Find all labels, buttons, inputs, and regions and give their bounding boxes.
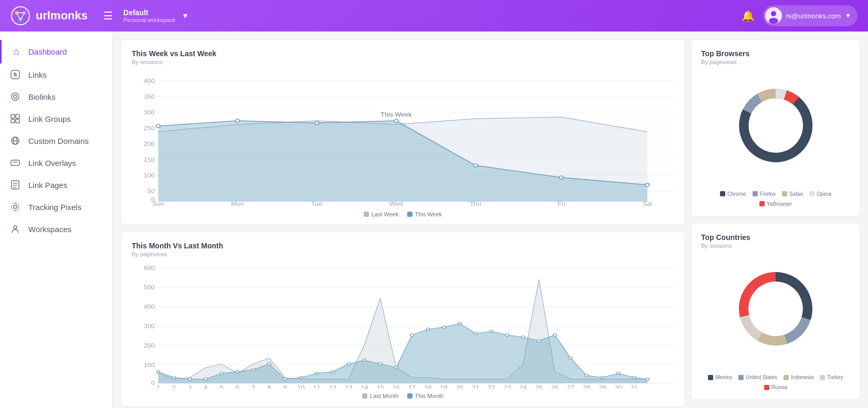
svg-text:15: 15: [377, 385, 384, 389]
svg-text:400: 400: [144, 78, 155, 84]
link-overlays-icon: [10, 158, 22, 168]
notification-bell-icon[interactable]: 🔔: [742, 9, 755, 22]
weekly-chart-title: This Week vs Last Week: [132, 49, 674, 58]
legend-last-month: Last Month: [362, 393, 398, 399]
monthly-chart-card: This Month Vs Last Month By pageviews 60…: [121, 232, 684, 406]
svg-text:500: 500: [144, 285, 155, 290]
custom-domains-icon: [10, 136, 22, 145]
svg-rect-15: [11, 119, 15, 123]
svg-text:14: 14: [361, 385, 368, 389]
logo-icon: [10, 6, 30, 26]
svg-point-98: [426, 328, 429, 331]
svg-point-144: [753, 102, 799, 149]
svg-point-112: [645, 378, 649, 381]
link-groups-icon: [10, 114, 22, 123]
svg-point-90: [299, 376, 302, 379]
svg-text:300: 300: [144, 323, 155, 329]
top-countries-legend: Mexico United States Indonesia Turkey: [701, 374, 850, 390]
svg-text:28: 28: [583, 385, 590, 389]
sidebar-item-link-groups[interactable]: Link Groups: [0, 108, 112, 130]
svg-text:7: 7: [251, 385, 255, 389]
legend-this-month: This Month: [407, 393, 443, 399]
top-browsers-subtitle: By pageviews: [701, 59, 850, 65]
sidebar-item-custom-domains[interactable]: Custom Domains: [0, 130, 112, 152]
browser-legend-yabrowser: YaBrowser: [759, 201, 792, 207]
main-content: This Week vs Last Week By sessions: [113, 32, 868, 408]
svg-point-103: [505, 334, 509, 337]
svg-text:22: 22: [488, 385, 495, 389]
charts-right: Top Browsers By pageviews: [692, 40, 860, 400]
svg-rect-16: [16, 119, 19, 123]
top-browsers-title: Top Browsers: [701, 49, 850, 58]
svg-point-0: [12, 7, 29, 25]
svg-text:5: 5: [220, 385, 224, 389]
svg-point-50: [156, 124, 161, 128]
layout: ⌂ Dashboard Links Biolinks Link Groups: [0, 32, 868, 408]
svg-point-51: [236, 119, 240, 122]
avatar: [765, 7, 782, 24]
svg-rect-14: [16, 114, 19, 118]
workspace-subtitle: Personal workspace: [123, 17, 175, 23]
svg-text:150: 150: [144, 157, 155, 163]
monthly-chart-svg: 600 500 400 300 200 100 0: [132, 263, 674, 389]
svg-text:400: 400: [144, 304, 155, 310]
sidebar-item-workspaces[interactable]: Workspaces: [0, 218, 112, 240]
country-legend-mexico: Mexico: [708, 374, 732, 380]
workspace-switcher[interactable]: Default Personal workspace ▼: [123, 8, 189, 23]
top-countries-donut: [701, 249, 850, 370]
legend-last-week: Last Week: [364, 211, 399, 217]
browser-legend-chrome: Chrome: [720, 191, 746, 197]
svg-text:50: 50: [147, 189, 155, 194]
svg-point-26: [14, 205, 17, 208]
monthly-chart-title: This Month Vs Last Month: [132, 242, 674, 250]
svg-text:100: 100: [144, 173, 155, 179]
sidebar-label-biolinks: Biolinks: [28, 92, 56, 101]
svg-point-145: [753, 286, 799, 332]
svg-rect-20: [11, 160, 19, 165]
sidebar-item-links[interactable]: Links: [0, 64, 112, 86]
sidebar-label-dashboard: Dashboard: [28, 47, 67, 56]
svg-point-54: [473, 164, 478, 167]
svg-point-106: [553, 334, 556, 337]
svg-point-12: [14, 95, 17, 98]
menu-icon[interactable]: ☰: [103, 9, 113, 22]
user-email: hi@urlmonks.com: [786, 12, 841, 20]
sidebar-item-tracking-pixels[interactable]: Tracking Pixels: [0, 196, 112, 218]
svg-point-102: [490, 330, 493, 333]
svg-point-96: [395, 367, 398, 369]
svg-point-30: [14, 226, 17, 229]
svg-point-110: [617, 372, 620, 375]
workspaces-icon: [10, 224, 22, 234]
svg-point-111: [632, 376, 636, 379]
svg-point-86: [236, 371, 239, 373]
svg-text:Fri: Fri: [558, 201, 566, 207]
svg-point-52: [315, 121, 319, 124]
sidebar-item-link-pages[interactable]: Link Pages: [0, 174, 112, 196]
top-browsers-donut: [701, 65, 850, 186]
svg-text:Tue: Tue: [311, 201, 322, 207]
svg-rect-13: [11, 114, 15, 118]
weekly-chart-card: This Week vs Last Week By sessions: [121, 40, 684, 225]
svg-point-87: [252, 369, 255, 371]
sidebar-label-link-pages: Link Pages: [28, 181, 67, 190]
user-menu-button[interactable]: hi@urlmonks.com ▼: [763, 5, 858, 26]
svg-text:12: 12: [329, 385, 336, 389]
sidebar-item-dashboard[interactable]: ⌂ Dashboard: [0, 40, 112, 64]
browser-legend-safari: Safari: [782, 191, 803, 197]
sidebar-item-biolinks[interactable]: Biolinks: [0, 86, 112, 108]
svg-point-99: [442, 326, 445, 329]
svg-text:31: 31: [630, 385, 638, 389]
country-legend-indonesia: Indonesia: [784, 374, 813, 380]
svg-point-97: [410, 334, 414, 337]
svg-text:300: 300: [144, 110, 155, 116]
svg-point-93: [347, 363, 350, 365]
sidebar-label-custom-domains: Custom Domains: [28, 137, 89, 145]
sidebar-item-link-overlays[interactable]: Link Overlays: [0, 152, 112, 174]
svg-text:Mon: Mon: [231, 201, 244, 207]
svg-text:16: 16: [393, 385, 400, 389]
sidebar-label-links: Links: [28, 70, 47, 79]
svg-point-81: [156, 371, 160, 373]
top-browsers-card: Top Browsers By pageviews: [692, 40, 860, 216]
svg-text:200: 200: [144, 141, 155, 147]
svg-text:26: 26: [551, 385, 558, 389]
